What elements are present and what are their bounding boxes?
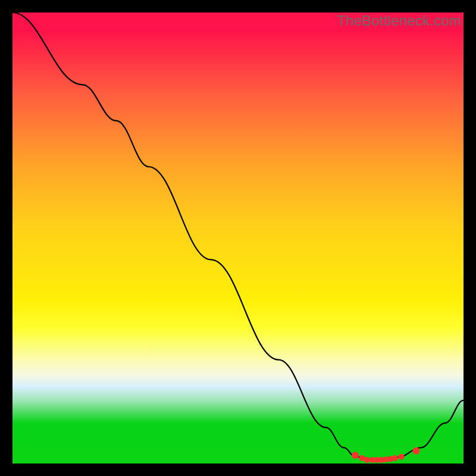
- plot-svg: [12, 12, 464, 464]
- watermark-text: TheBottleneck.com: [337, 12, 461, 29]
- plot-area: TheBottleneck.com: [12, 12, 464, 464]
- curve-marker: [369, 457, 375, 463]
- curve-marker: [398, 454, 404, 460]
- curve-marker: [392, 455, 398, 461]
- curve-marker: [352, 452, 359, 459]
- curve-marker: [359, 455, 365, 461]
- curve-marker: [364, 457, 370, 463]
- curve-marker: [383, 456, 389, 462]
- curve-line: [12, 12, 464, 459]
- curve-marker: [378, 457, 384, 463]
- curve-marker: [374, 457, 380, 463]
- marker-group: [352, 447, 419, 463]
- chart-container: TheBottleneck.com: [0, 0, 476, 476]
- curve-marker: [387, 456, 393, 462]
- curve-marker: [412, 447, 419, 455]
